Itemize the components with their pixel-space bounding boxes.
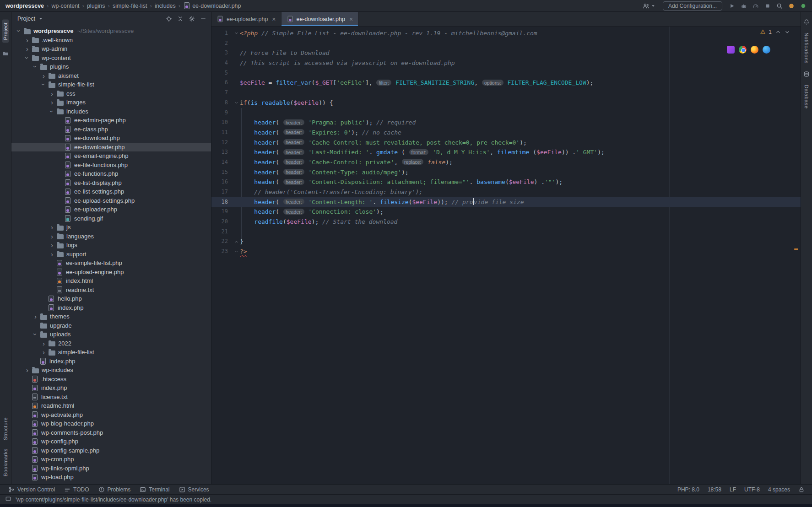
tool-window-button-structure[interactable]: Structure (3, 417, 8, 440)
tree-item[interactable]: ›upgrade (11, 321, 211, 330)
line-number[interactable]: 12 (211, 138, 233, 148)
profiler-icon[interactable] (752, 3, 759, 9)
chevron-icon[interactable]: › (49, 108, 55, 115)
tool-window-button-notifications[interactable]: Notifications (804, 32, 809, 64)
tree-item[interactable]: ›wp-blog-header.php (11, 419, 211, 428)
inspections-widget[interactable]: ⚠ 1 (760, 28, 790, 35)
chevron-icon[interactable]: › (40, 349, 48, 356)
tool-window-button-bookmarks[interactable]: Bookmarks (3, 448, 8, 476)
tool-window-button-project[interactable]: Project (2, 20, 9, 43)
tree-item[interactable]: ›ee-download.php (11, 134, 211, 143)
status-utf-8[interactable]: UTF-8 (744, 486, 760, 493)
tool-window-button-terminal[interactable]: Terminal (135, 485, 174, 494)
status-lf[interactable]: LF (730, 486, 736, 493)
line-number[interactable]: 18 (211, 197, 233, 207)
chevron-icon[interactable]: › (48, 224, 56, 231)
code-line[interactable]: 12 header( header: 'Cache-Control: must-… (211, 138, 801, 148)
tree-item[interactable]: ›index.html (11, 276, 211, 286)
tree-item[interactable]: ›ee-admin-page.php (11, 116, 211, 125)
line-number[interactable]: 16 (211, 177, 233, 187)
tree-item[interactable]: ›index.php (11, 383, 211, 393)
tree-item[interactable]: ›simple-file-list (11, 348, 211, 357)
online-icon[interactable] (800, 3, 807, 9)
code-line[interactable]: 7 (211, 88, 801, 98)
close-icon[interactable]: × (272, 16, 276, 23)
close-icon[interactable]: × (349, 16, 353, 23)
search-icon[interactable] (776, 3, 783, 9)
lock-icon[interactable] (798, 486, 805, 493)
code-line[interactable]: 19 header( header: 'Connection: close'); (211, 207, 801, 217)
tool-window-button-todo[interactable]: TODO (60, 485, 93, 494)
caret-down-icon[interactable] (650, 3, 656, 9)
line-number[interactable]: 8 (211, 98, 233, 108)
chevron-icon[interactable]: › (32, 63, 39, 70)
collapseall-icon[interactable] (177, 16, 184, 22)
tree-item[interactable]: ›wp-content (11, 54, 211, 63)
line-number[interactable]: 4 (211, 58, 233, 68)
debug-icon[interactable] (741, 3, 747, 9)
line-number[interactable]: 14 (211, 157, 233, 167)
line-number[interactable]: 9 (211, 108, 233, 118)
tree-item[interactable]: ›license.txt (11, 393, 211, 402)
tree-item[interactable]: ›wp-includes (11, 366, 211, 375)
tree-item[interactable]: ›sending.gif (11, 214, 211, 223)
tree-item[interactable]: ›wp-links-opml.php (11, 464, 211, 473)
tree-item[interactable]: ›readme.html (11, 401, 211, 410)
tree-item[interactable]: ›index.php (11, 357, 211, 366)
chevron-icon[interactable]: › (40, 81, 47, 88)
code-line[interactable]: 11 header( header: 'Expires: 0'); // no … (211, 128, 801, 138)
locate-icon[interactable] (166, 16, 172, 22)
caret-down-icon[interactable] (38, 16, 44, 22)
code-line[interactable]: 9 (211, 108, 801, 118)
tree-item[interactable]: ›images (11, 98, 211, 107)
line-number[interactable]: 13 (211, 147, 233, 157)
tree-item[interactable]: ›wp-cron.php (11, 455, 211, 464)
code-line[interactable]: 14 header( header: 'Cache-Control: priva… (211, 157, 801, 167)
tool-window-button-problems[interactable]: Problems (94, 485, 135, 494)
code-line[interactable]: 4// This script is accessed via javascri… (211, 58, 801, 68)
code-line[interactable]: 2 (211, 38, 801, 49)
tree-item[interactable]: ›simple-file-list (11, 80, 211, 89)
breadcrumb-item[interactable]: simple-file-list (113, 3, 147, 9)
chevron-icon[interactable]: › (48, 251, 56, 258)
line-number[interactable]: 22 (211, 237, 233, 247)
chevron-icon[interactable]: › (32, 330, 39, 338)
add-configuration-button[interactable]: Add Configuration... (663, 1, 722, 11)
tool-window-button-services[interactable]: Services (174, 485, 214, 494)
tree-item[interactable]: ›wordpresscve~/Sites/wordpresscve (11, 27, 211, 36)
chevron-icon[interactable]: › (16, 27, 22, 35)
user-widget[interactable] (643, 3, 656, 9)
update-icon[interactable] (788, 3, 795, 9)
editor-tab[interactable]: ee-downloader.php× (281, 12, 359, 26)
editor-tab[interactable]: ee-uploader.php× (211, 12, 281, 26)
chevron-icon[interactable]: › (48, 90, 56, 97)
bell-icon[interactable] (803, 19, 810, 25)
chevron-icon[interactable]: › (24, 54, 31, 62)
tree-item[interactable]: ›wp-activate.php (11, 410, 211, 420)
tree-item[interactable]: ›ee-class.php (11, 125, 211, 134)
warning-stripe-mark[interactable] (794, 248, 798, 250)
tree-item[interactable]: ›ee-upload-engine.php (11, 268, 211, 277)
code-line[interactable]: 3// Force File to Download (211, 48, 801, 58)
line-number[interactable]: 23 (211, 247, 233, 257)
tree-item[interactable]: ›ee-email-engine.php (11, 151, 211, 161)
tree-item[interactable]: ›includes (11, 107, 211, 116)
tree-item[interactable]: ›2022 (11, 339, 211, 348)
code-line[interactable]: 6$eeFile = filter_var($_GET['eeFile'], f… (211, 78, 801, 88)
tool-window-button-version-control[interactable]: Version Control (4, 485, 60, 494)
project-header-title[interactable]: Project (17, 16, 35, 22)
breadcrumb-item[interactable]: wordpresscve (5, 3, 44, 9)
chevron-icon[interactable]: › (32, 313, 39, 320)
code-line[interactable]: 10 header( header: 'Pragma: public'); //… (211, 118, 801, 128)
play-icon[interactable] (729, 3, 735, 9)
users-icon[interactable] (643, 3, 649, 9)
next-warning-icon[interactable] (784, 29, 790, 35)
tree-item[interactable]: ›wp-config-sample.php (11, 446, 211, 455)
line-number[interactable]: 10 (211, 118, 233, 128)
code-line[interactable]: 17 // header('Content-Transfer-Encoding:… (211, 187, 801, 197)
tree-item[interactable]: ›wp-admin (11, 44, 211, 54)
code-line[interactable]: 18 header( header: 'Content-Length: '. f… (211, 197, 801, 207)
line-number[interactable]: 7 (211, 88, 233, 98)
line-number[interactable]: 17 (211, 187, 233, 197)
tree-item[interactable]: ›ee-list-display.php (11, 178, 211, 188)
